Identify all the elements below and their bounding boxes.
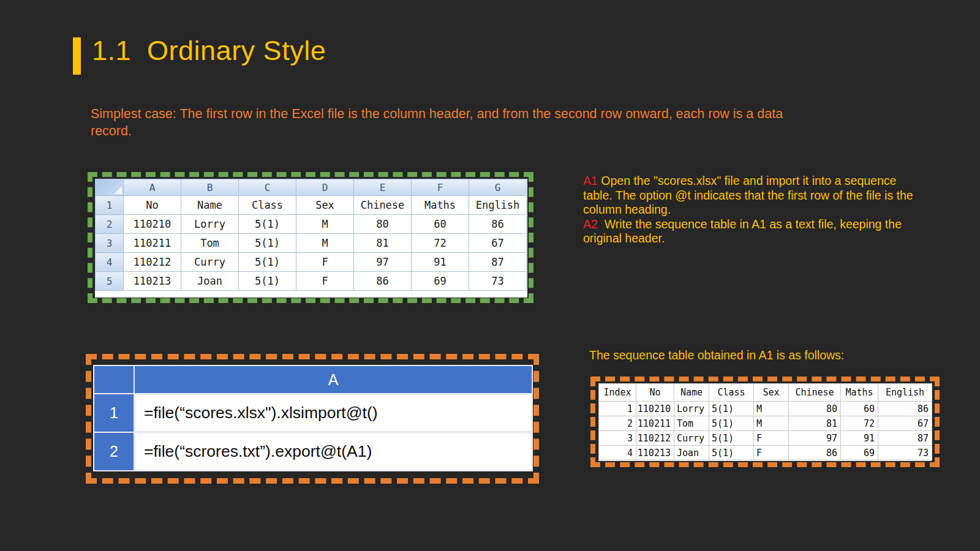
seq-cell: 1: [599, 402, 636, 416]
excel-cell: 81: [354, 234, 412, 253]
seq-cell: 86: [789, 446, 841, 460]
seq-cell: Joan: [674, 446, 709, 460]
code-corner-cell: [94, 366, 134, 393]
corner-triangle-icon: [114, 186, 122, 194]
seq-cell: 3: [599, 431, 636, 446]
seq-cell: Lorry: [674, 402, 709, 416]
excel-cell: 97: [354, 253, 412, 272]
excel-cell: Lorry: [181, 215, 239, 234]
excel-cell: 91: [412, 253, 469, 272]
excel-cell: Curry: [181, 253, 239, 272]
code-grid-frame: A 1 =file(“scores.xlsx").xlsimport@t() 2…: [86, 354, 539, 484]
title-accent-bar: [73, 37, 81, 75]
intro-line: record.: [91, 122, 783, 140]
seq-cell: 110211: [636, 416, 674, 431]
note-text: Open the "scores.xlsx" file and import i…: [598, 174, 897, 187]
code-row-number-2: 2: [94, 433, 134, 470]
note-line: A2 Write the sequence table in A1 as a t…: [583, 217, 937, 232]
seq-cell: 72: [841, 416, 878, 431]
excel-cell: 5(1): [239, 272, 296, 291]
sequence-table-screenshot: Index No Name Class Sex Chinese Maths En…: [598, 383, 932, 461]
excel-table: A B C D E F G 1 No Name Class Sex Chines…: [95, 179, 527, 291]
seq-header-class: Class: [709, 384, 754, 402]
cell-ref-a2: A2: [583, 217, 598, 231]
excel-cell: 60: [412, 215, 469, 234]
excel-cell: Tom: [181, 234, 239, 253]
excel-cell: 110210: [124, 215, 181, 234]
seq-header-no: No: [636, 384, 674, 402]
seq-cell: F: [754, 431, 789, 446]
code-cell-a1: =file(“scores.xlsx").xlsimport@t(): [135, 394, 532, 432]
seq-header-sex: Sex: [754, 384, 789, 402]
seq-header-name: Name: [674, 384, 709, 402]
excel-cell: 110212: [124, 253, 181, 272]
excel-col-header-d: D: [296, 179, 354, 196]
excel-cell: Joan: [181, 272, 239, 291]
excel-cell: 69: [412, 272, 469, 291]
seq-cell: F: [754, 446, 789, 460]
excel-col-header-f: F: [412, 179, 469, 196]
seq-cell: 5(1): [709, 446, 754, 460]
note-text: table. The option @t indicates that the …: [583, 189, 913, 202]
seq-cell: Tom: [674, 416, 709, 431]
cell-ref-a1: A1: [583, 174, 598, 187]
page-title: 1.1 Ordinary Style: [92, 35, 326, 67]
excel-cell: Maths: [412, 196, 469, 215]
excel-cell: 110213: [124, 272, 181, 291]
excel-row-number: 3: [96, 234, 124, 253]
code-cell-a2: =file(“scrores.txt”).export@t(A1): [135, 433, 532, 470]
note-line: table. The option @t indicates that the …: [583, 189, 937, 203]
seq-cell: 110210: [636, 402, 674, 416]
seq-cell: 60: [841, 402, 878, 416]
code-col-header-a: A: [135, 366, 532, 393]
seq-cell: 110212: [636, 431, 674, 446]
excel-cell: Name: [181, 196, 239, 215]
seq-cell: 5(1): [709, 416, 754, 431]
excel-cell: 86: [354, 272, 412, 291]
seq-cell: 81: [789, 416, 841, 431]
excel-cell: 87: [469, 253, 527, 272]
excel-row-number: 4: [96, 253, 124, 272]
excel-cell: No: [124, 196, 181, 215]
seq-cell: 110213: [636, 446, 674, 460]
seq-cell: 86: [878, 402, 932, 416]
excel-cell: M: [296, 215, 354, 234]
seq-header-maths: Maths: [841, 384, 878, 402]
intro-line: Simplest case: The first row in the Exce…: [91, 105, 783, 122]
note-line: original header.: [583, 231, 937, 246]
seq-cell: 69: [841, 446, 878, 460]
sequence-table-caption: The sequence table obtained in A1 is as …: [589, 348, 844, 362]
seq-cell: M: [754, 402, 789, 416]
excel-cell: 5(1): [239, 234, 296, 253]
code-grid: A 1 =file(“scores.xlsx").xlsimport@t() 2…: [93, 365, 533, 471]
seq-cell: Curry: [674, 431, 709, 446]
step-notes: A1 Open the "scores.xlsx" file and impor…: [583, 174, 937, 246]
excel-col-header-e: E: [354, 179, 412, 196]
excel-screenshot-frame: A B C D E F G 1 No Name Class Sex Chines…: [88, 172, 533, 303]
excel-cell: 110211: [124, 234, 181, 253]
excel-row-number: 2: [96, 215, 124, 234]
seq-header-english: English: [878, 384, 932, 402]
seq-header-chinese: Chinese: [789, 384, 841, 402]
sequence-table: Index No Name Class Sex Chinese Maths En…: [598, 383, 932, 460]
seq-cell: 4: [599, 446, 636, 460]
note-line: column heading.: [583, 203, 937, 217]
seq-cell: 97: [789, 431, 841, 446]
excel-row-number: 5: [96, 272, 124, 291]
excel-cell: Class: [239, 196, 296, 215]
excel-cell: F: [296, 253, 354, 272]
code-table: A 1 =file(“scores.xlsx").xlsimport@t() 2…: [93, 365, 533, 471]
excel-screenshot: A B C D E F G 1 No Name Class Sex Chines…: [95, 179, 527, 298]
excel-col-header-b: B: [181, 179, 239, 196]
note-text: column heading.: [583, 203, 671, 216]
excel-cell: 73: [469, 272, 527, 291]
excel-col-header-a: A: [124, 179, 181, 196]
seq-cell: M: [754, 416, 789, 431]
sequence-table-frame: Index No Name Class Sex Chinese Maths En…: [590, 377, 940, 467]
excel-cell: F: [296, 272, 354, 291]
excel-col-header-g: G: [469, 179, 527, 196]
seq-header-index: Index: [599, 384, 636, 402]
excel-cell: 67: [469, 234, 527, 253]
seq-cell: 73: [878, 446, 932, 460]
excel-row-number: 1: [96, 196, 124, 215]
